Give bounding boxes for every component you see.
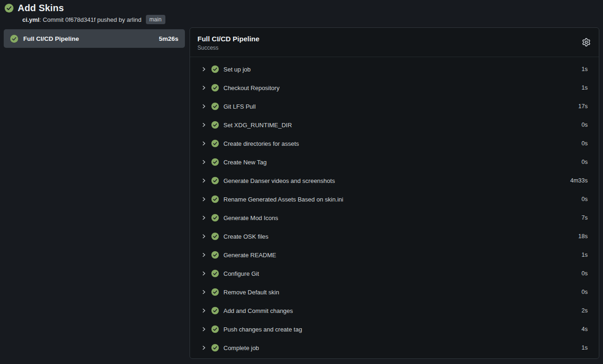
commit-line: ci.yml: Commit 0f678d341f pushed by arli… — [22, 16, 142, 23]
chevron-right-icon[interactable] — [201, 104, 207, 109]
check-circle-icon — [211, 344, 219, 351]
chevron-right-icon[interactable] — [201, 178, 207, 183]
chevron-right-icon[interactable] — [201, 289, 207, 295]
step-row[interactable]: Remove Default skin 0s — [190, 283, 599, 301]
chevron-right-icon[interactable] — [201, 85, 207, 91]
check-circle-icon — [211, 214, 219, 221]
chevron-right-icon[interactable] — [201, 196, 207, 202]
jobs-sidebar: Full CI/CD Pipeline 5m26s — [4, 27, 185, 48]
step-name: Create OSK files — [223, 233, 269, 240]
step-row[interactable]: Configure Git 0s — [190, 264, 599, 283]
step-row[interactable]: Create OSK files 18s — [190, 227, 599, 246]
branch-badge[interactable]: main — [146, 15, 165, 24]
job-detail-panel: Full CI/CD Pipeline Success — [190, 27, 599, 359]
job-duration: 5m26s — [159, 35, 178, 42]
run-title: Add Skins — [18, 3, 64, 13]
run-header: Add Skins ci.yml: Commit 0f678d341f push… — [0, 0, 603, 27]
step-row[interactable]: Complete job 1s — [190, 338, 599, 357]
step-duration: 0s — [582, 270, 588, 277]
step-duration: 2s — [582, 307, 588, 314]
panel-status: Success — [197, 45, 259, 51]
chevron-right-icon[interactable] — [201, 271, 207, 276]
step-name: Complete job — [223, 344, 259, 351]
chevron-right-icon[interactable] — [201, 326, 207, 332]
check-circle-icon — [211, 121, 219, 129]
step-name: Checkout Repository — [223, 84, 280, 91]
check-circle-icon — [211, 65, 219, 73]
step-row[interactable]: Add and Commit changes 2s — [190, 301, 599, 320]
step-name: Push changes and create tag — [223, 326, 302, 333]
step-name: Generate Danser videos and screenshots — [223, 177, 335, 184]
step-row[interactable]: Set up job 1s — [190, 60, 599, 78]
step-list: Set up job 1s Checkout Repository 1s — [190, 57, 599, 357]
step-duration: 1s — [582, 252, 588, 258]
chevron-right-icon[interactable] — [201, 308, 207, 313]
panel-header-text: Full CI/CD Pipeline Success — [197, 35, 259, 51]
panel-header: Full CI/CD Pipeline Success — [190, 28, 599, 57]
step-name: Git LFS Pull — [223, 103, 256, 110]
step-row[interactable]: Generate README 1s — [190, 246, 599, 264]
workflow-file-name: ci.yml — [22, 16, 39, 23]
step-row[interactable]: Push changes and create tag 4s — [190, 320, 599, 338]
chevron-right-icon[interactable] — [201, 345, 207, 351]
actions-run-page: Add Skins ci.yml: Commit 0f678d341f push… — [0, 0, 603, 359]
chevron-right-icon[interactable] — [201, 66, 207, 72]
step-duration: 4m33s — [570, 177, 588, 184]
run-status-check-circle-icon — [5, 4, 13, 13]
job-item[interactable]: Full CI/CD Pipeline 5m26s — [4, 29, 185, 48]
check-circle-icon — [211, 140, 219, 147]
check-circle-icon — [211, 158, 219, 166]
run-subtitle: ci.yml: Commit 0f678d341f pushed by arli… — [22, 15, 598, 24]
step-name: Rename Generated Assets Based on skin.in… — [223, 196, 343, 203]
check-circle-icon — [211, 270, 219, 277]
check-circle-icon — [211, 177, 219, 184]
panel-title: Full CI/CD Pipeline — [197, 35, 259, 43]
step-name: Configure Git — [223, 270, 259, 277]
step-duration: 0s — [582, 159, 588, 165]
job-settings-button[interactable] — [581, 37, 591, 49]
chevron-right-icon[interactable] — [201, 234, 207, 239]
job-name: Full CI/CD Pipeline — [23, 35, 154, 42]
check-circle-icon — [211, 103, 219, 110]
step-duration: 0s — [582, 289, 588, 295]
step-row[interactable]: Create directories for assets 0s — [190, 134, 599, 153]
step-row[interactable]: Generate Mod Icons 7s — [190, 208, 599, 227]
step-duration: 0s — [582, 196, 588, 202]
step-name: Generate README — [223, 252, 276, 259]
step-row[interactable]: Generate Danser videos and screenshots 4… — [190, 171, 599, 190]
step-name: Remove Default skin — [223, 289, 279, 296]
step-duration: 17s — [578, 103, 588, 110]
check-circle-icon — [211, 307, 219, 314]
step-duration: 1s — [582, 344, 588, 351]
check-circle-icon — [211, 325, 219, 333]
step-duration: 1s — [582, 84, 588, 91]
chevron-right-icon[interactable] — [201, 215, 207, 221]
step-name: Add and Commit changes — [223, 307, 293, 314]
step-duration: 0s — [582, 140, 588, 147]
step-row[interactable]: Rename Generated Assets Based on skin.in… — [190, 190, 599, 208]
check-circle-icon — [211, 195, 219, 203]
step-name: Set XDG_RUNTIME_DIR — [223, 122, 292, 129]
step-duration: 4s — [582, 326, 588, 332]
check-circle-icon — [211, 84, 219, 91]
step-row[interactable]: Create New Tag 0s — [190, 153, 599, 171]
step-row[interactable]: Git LFS Pull 17s — [190, 97, 599, 116]
run-body: Full CI/CD Pipeline 5m26s Full CI/CD Pip… — [0, 27, 603, 359]
chevron-right-icon[interactable] — [201, 141, 207, 146]
step-name: Create directories for assets — [223, 140, 299, 147]
check-circle-icon — [211, 233, 219, 240]
step-duration: 7s — [582, 214, 588, 221]
step-duration: 18s — [578, 233, 588, 240]
step-name: Set up job — [223, 66, 251, 73]
step-duration: 0s — [582, 122, 588, 128]
step-row[interactable]: Set XDG_RUNTIME_DIR 0s — [190, 116, 599, 134]
chevron-right-icon[interactable] — [201, 122, 207, 128]
step-duration: 1s — [582, 66, 588, 72]
job-status-check-circle-icon — [10, 35, 18, 43]
chevron-right-icon[interactable] — [201, 159, 207, 165]
chevron-right-icon[interactable] — [201, 252, 207, 258]
check-circle-icon — [211, 251, 219, 259]
step-row[interactable]: Checkout Repository 1s — [190, 78, 599, 97]
commit-info: : Commit 0f678d341f pushed by arlind — [39, 16, 142, 23]
step-name: Create New Tag — [223, 159, 267, 166]
